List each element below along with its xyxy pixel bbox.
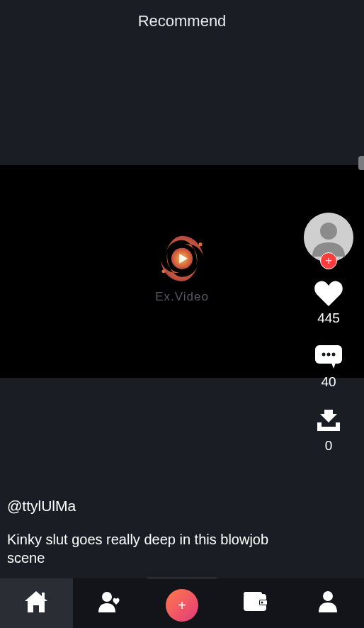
comment-button[interactable]: 40 <box>314 344 343 390</box>
svg-point-13 <box>102 592 112 602</box>
plus-icon: + <box>325 255 331 267</box>
header: Recommend <box>0 0 364 43</box>
like-button[interactable]: 445 <box>314 281 343 326</box>
create-button[interactable]: + <box>166 589 198 622</box>
svg-point-5 <box>320 223 337 240</box>
plus-icon: + <box>178 598 186 614</box>
comment-count: 40 <box>321 374 336 390</box>
watermark-text: Ex.Video <box>155 290 209 304</box>
page-title[interactable]: Recommend <box>138 12 227 30</box>
svg-point-2 <box>199 242 203 246</box>
download-button[interactable]: 0 <box>314 408 343 454</box>
author-username[interactable]: @ttylUlMa <box>7 498 286 515</box>
person-icon <box>317 590 339 617</box>
person-heart-icon <box>97 590 121 617</box>
svg-rect-15 <box>244 592 262 596</box>
svg-marker-11 <box>320 410 337 422</box>
scrollbar[interactable] <box>358 156 364 170</box>
svg-point-19 <box>323 591 333 601</box>
svg-marker-7 <box>331 363 336 369</box>
svg-point-9 <box>327 353 331 357</box>
svg-rect-12 <box>42 593 45 598</box>
bottom-nav: + <box>0 578 364 628</box>
follow-button[interactable]: + <box>320 252 337 269</box>
watermark-logo-icon <box>154 230 210 287</box>
nav-following[interactable] <box>73 578 146 628</box>
action-rail: + 445 40 0 <box>300 213 357 454</box>
heart-icon <box>314 281 343 306</box>
svg-point-18 <box>261 602 263 604</box>
video-caption: Kinky slut goes really deep in this blow… <box>7 530 286 567</box>
nav-home[interactable] <box>0 578 73 628</box>
svg-point-8 <box>322 353 326 357</box>
svg-point-3 <box>162 269 166 273</box>
like-count: 445 <box>317 310 340 326</box>
nav-wallet[interactable] <box>218 578 291 628</box>
nav-create[interactable]: + <box>146 578 219 628</box>
nav-profile[interactable] <box>291 578 364 628</box>
caption-area: @ttylUlMa Kinky slut goes really deep in… <box>7 498 286 567</box>
home-icon <box>23 590 49 617</box>
download-count: 0 <box>325 438 333 454</box>
wallet-icon <box>242 591 268 615</box>
video-watermark: Ex.Video <box>154 230 210 304</box>
svg-point-10 <box>332 353 336 357</box>
comment-icon <box>314 344 343 370</box>
download-icon <box>314 408 343 434</box>
author-avatar-wrap: + <box>304 213 353 262</box>
